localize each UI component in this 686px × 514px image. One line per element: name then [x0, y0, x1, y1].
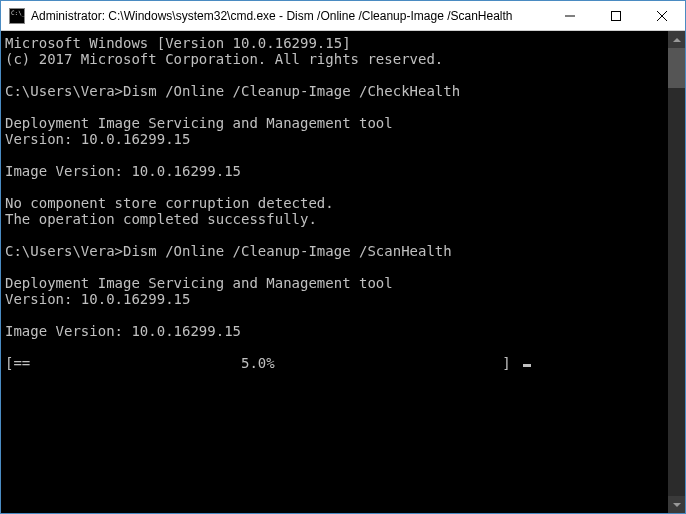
- cmd-window: Administrator: C:\Windows\system32\cmd.e…: [0, 0, 686, 514]
- prompt-line: C:\Users\Vera>Dism /Online /Cleanup-Imag…: [5, 243, 452, 259]
- output-line: Deployment Image Servicing and Managemen…: [5, 275, 393, 291]
- titlebar[interactable]: Administrator: C:\Windows\system32\cmd.e…: [1, 1, 685, 31]
- output-line: Image Version: 10.0.16299.15: [5, 163, 241, 179]
- minimize-button[interactable]: [547, 1, 593, 30]
- output-line: Image Version: 10.0.16299.15: [5, 323, 241, 339]
- svg-rect-1: [612, 11, 621, 20]
- prompt-line: C:\Users\Vera>Dism /Online /Cleanup-Imag…: [5, 83, 460, 99]
- window-title: Administrator: C:\Windows\system32\cmd.e…: [31, 9, 547, 23]
- output-line: Deployment Image Servicing and Managemen…: [5, 115, 393, 131]
- svg-marker-5: [673, 503, 681, 507]
- output-line: No component store corruption detected.: [5, 195, 334, 211]
- output-line: Version: 10.0.16299.15: [5, 291, 190, 307]
- output-line: (c) 2017 Microsoft Corporation. All righ…: [5, 51, 443, 67]
- progress-line: [== 5.0% ]: [5, 355, 519, 371]
- output-line: Microsoft Windows [Version 10.0.16299.15…: [5, 35, 351, 51]
- output-line: The operation completed successfully.: [5, 211, 317, 227]
- cmd-icon: [9, 8, 25, 24]
- cursor: [523, 364, 531, 367]
- scrollbar-thumb[interactable]: [668, 48, 685, 88]
- close-button[interactable]: [639, 1, 685, 30]
- client-area: Microsoft Windows [Version 10.0.16299.15…: [1, 31, 685, 513]
- vertical-scrollbar[interactable]: [668, 31, 685, 513]
- maximize-button[interactable]: [593, 1, 639, 30]
- svg-marker-4: [673, 38, 681, 42]
- scroll-down-button[interactable]: [668, 496, 685, 513]
- scroll-up-button[interactable]: [668, 31, 685, 48]
- terminal-output[interactable]: Microsoft Windows [Version 10.0.16299.15…: [1, 31, 668, 513]
- output-line: Version: 10.0.16299.15: [5, 131, 190, 147]
- window-controls: [547, 1, 685, 30]
